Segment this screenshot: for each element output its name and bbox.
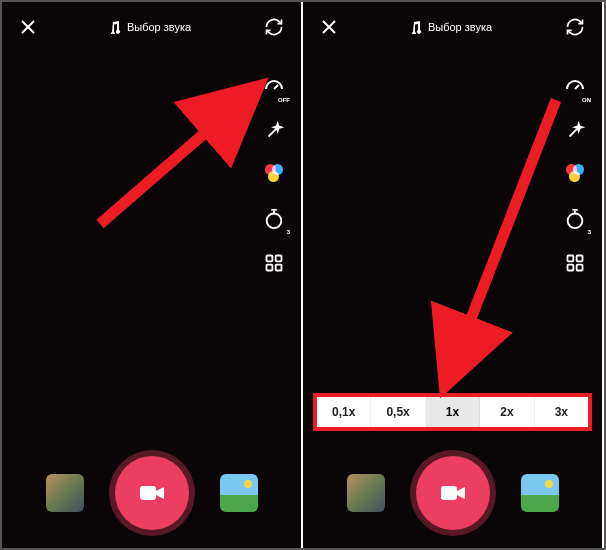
music-note-icon: [110, 21, 121, 34]
close-button[interactable]: [18, 17, 38, 37]
grid-icon: [264, 253, 284, 273]
speedometer-icon: [262, 75, 286, 99]
svg-rect-8: [276, 256, 282, 262]
speed-options-bar: 0,1x 0,5x 1x 2x 3x: [314, 394, 591, 430]
filters-icon: [563, 163, 587, 187]
timer-button[interactable]: 3: [261, 206, 287, 232]
magic-wand-icon: [263, 120, 285, 142]
top-bar: Выбор звука: [2, 2, 301, 50]
close-button[interactable]: [319, 17, 339, 37]
speed-badge: ON: [581, 97, 592, 103]
timer-icon: [564, 208, 586, 230]
timer-badge: 3: [587, 229, 592, 235]
more-effects-button[interactable]: [562, 250, 588, 276]
svg-rect-11: [140, 486, 156, 500]
magic-wand-icon: [564, 120, 586, 142]
timer-icon: [263, 208, 285, 230]
svg-point-4: [267, 214, 282, 229]
sound-selector[interactable]: Выбор звука: [411, 21, 492, 34]
speed-option-3[interactable]: 2x: [480, 397, 534, 427]
side-toolbar: ON 3: [562, 74, 588, 276]
effects-thumbnail[interactable]: [46, 474, 84, 512]
sound-label: Выбор звука: [127, 21, 191, 33]
side-toolbar: OFF 3: [261, 74, 287, 276]
filters-button[interactable]: [261, 162, 287, 188]
speedometer-icon: [563, 75, 587, 99]
record-button[interactable]: [115, 456, 189, 530]
svg-rect-9: [267, 265, 273, 271]
flip-camera-button[interactable]: [263, 16, 285, 38]
grid-icon: [565, 253, 585, 273]
filters-icon: [262, 163, 286, 187]
record-button[interactable]: [416, 456, 490, 530]
svg-rect-7: [267, 256, 273, 262]
svg-rect-23: [441, 486, 457, 500]
more-effects-button[interactable]: [261, 250, 287, 276]
top-bar: Выбор звука: [303, 2, 602, 50]
screenshot-right: Выбор звука ON 3 0,1x 0,5: [303, 2, 604, 548]
svg-rect-20: [577, 256, 583, 262]
gallery-thumbnail[interactable]: [521, 474, 559, 512]
video-camera-icon: [439, 483, 467, 503]
bottom-bar: [303, 456, 602, 530]
speed-button[interactable]: OFF: [261, 74, 287, 100]
speed-badge: OFF: [277, 97, 291, 103]
speed-option-0[interactable]: 0,1x: [317, 397, 371, 427]
flip-icon: [565, 17, 585, 37]
svg-rect-21: [568, 265, 574, 271]
beauty-button[interactable]: [562, 118, 588, 144]
flip-icon: [264, 17, 284, 37]
timer-badge: 3: [286, 229, 291, 235]
flip-camera-button[interactable]: [564, 16, 586, 38]
speed-button[interactable]: ON: [562, 74, 588, 100]
gallery-thumbnail[interactable]: [220, 474, 258, 512]
bottom-bar: [2, 456, 301, 530]
svg-line-2: [274, 85, 278, 89]
close-icon: [321, 19, 337, 35]
speed-option-4[interactable]: 3x: [535, 397, 588, 427]
effects-thumbnail[interactable]: [347, 474, 385, 512]
video-camera-icon: [138, 483, 166, 503]
sound-label: Выбор звука: [428, 21, 492, 33]
sound-selector[interactable]: Выбор звука: [110, 21, 191, 34]
speed-option-1[interactable]: 0,5x: [371, 397, 425, 427]
svg-line-14: [575, 85, 579, 89]
speed-option-2[interactable]: 1x: [426, 397, 480, 427]
filters-button[interactable]: [562, 162, 588, 188]
music-note-icon: [411, 21, 422, 34]
screenshot-left: Выбор звука OFF 3: [2, 2, 303, 548]
close-icon: [20, 19, 36, 35]
timer-button[interactable]: 3: [562, 206, 588, 232]
beauty-button[interactable]: [261, 118, 287, 144]
svg-point-16: [568, 214, 583, 229]
svg-rect-10: [276, 265, 282, 271]
svg-rect-19: [568, 256, 574, 262]
svg-rect-22: [577, 265, 583, 271]
